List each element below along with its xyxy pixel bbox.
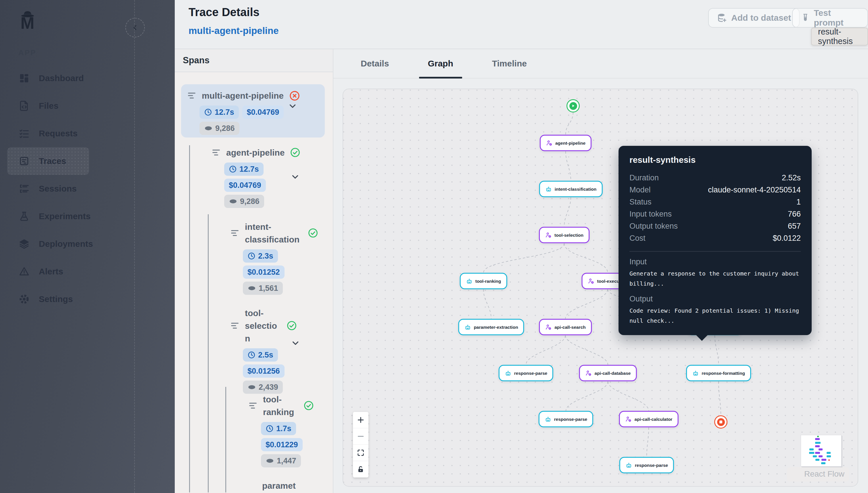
node-label: tool-selection <box>554 232 584 238</box>
robot-icon <box>466 278 473 284</box>
chevron-down-icon[interactable] <box>291 338 300 348</box>
agent-gear-icon <box>545 232 552 238</box>
tab-graph[interactable]: Graph <box>428 49 453 78</box>
minimap-node <box>809 448 814 450</box>
graph-node-parameter-extraction[interactable]: parameter-extraction <box>458 319 524 335</box>
span-row-intent-classification[interactable]: intent-classification 2.3s $0.01252 1,56… <box>230 221 319 295</box>
sidebar-collapse-button[interactable] <box>125 18 145 37</box>
span-row-agent-pipeline[interactable]: agent-pipeline 12.7s $0.04769 9,286 <box>211 146 301 208</box>
edge <box>566 151 571 180</box>
alert-triangle-icon <box>19 266 30 277</box>
file-code-icon <box>19 100 30 111</box>
sidebar-section-label: APP <box>18 48 36 57</box>
sidebar-item-sessions[interactable]: Sessions <box>0 175 175 202</box>
tab-details[interactable]: Details <box>361 49 389 78</box>
duration-badge: 1.7s <box>261 422 296 435</box>
add-to-dataset-button[interactable]: Add to dataset <box>708 8 800 28</box>
edge <box>566 112 573 135</box>
sidebar-item-traces[interactable]: Traces <box>7 147 89 175</box>
node-label: api-call-database <box>595 370 631 376</box>
minimap-node <box>816 459 819 461</box>
token-coin-icon <box>248 383 256 391</box>
tree-guide-line <box>189 145 190 492</box>
fit-view-button[interactable] <box>353 445 368 461</box>
sidebar-item-label: Experiments <box>39 211 91 221</box>
graph-node-response-parse-1[interactable]: response-parse <box>499 365 553 381</box>
sidebar-item-alerts[interactable]: Alerts <box>0 258 175 285</box>
agent-gear-icon <box>545 324 552 330</box>
minimap-node <box>815 445 820 447</box>
span-row-tool-selection[interactable]: tool-selection 2.5s $0.01256 2,439 <box>230 307 303 394</box>
node-label: response-parse <box>554 416 587 422</box>
graph-node-api-call-calculator[interactable]: api-call-calculator <box>619 411 679 427</box>
span-name: intent-classification <box>245 221 302 246</box>
minimap-node <box>821 459 826 461</box>
graph-node-tool-selection[interactable]: tool-selection <box>539 227 590 243</box>
graph-node-api-call-search[interactable]: api-call-search <box>539 319 592 335</box>
minimap-node <box>828 459 830 461</box>
duration-badge: 12.7s <box>200 106 239 119</box>
robot-icon <box>545 415 552 423</box>
success-status-icon <box>286 320 298 331</box>
sidebar-item-files[interactable]: Files <box>0 92 175 120</box>
minimap-canvas[interactable] <box>801 435 842 467</box>
agent-gear-icon <box>588 278 595 284</box>
chevron-down-icon[interactable] <box>288 101 297 111</box>
graph-node-response-parse-2[interactable]: response-parse <box>539 411 593 427</box>
graph-node-agent-pipeline[interactable]: agent-pipeline <box>540 135 592 151</box>
graph-node-response-parse-3[interactable]: response-parse <box>619 457 674 473</box>
play-icon <box>569 102 577 110</box>
tokens-badge: 9,286 <box>224 195 264 208</box>
chevron-left-icon <box>131 24 139 31</box>
minimap-node <box>815 438 820 440</box>
gear-icon <box>19 294 30 305</box>
sidebar-item-deployments[interactable]: Deployments <box>0 230 175 258</box>
span-row-tool-ranking[interactable]: tool-ranking 1.7s $0.01229 1,447 <box>248 393 321 467</box>
trace-name-link[interactable]: multi-agent-pipeline <box>188 25 279 36</box>
edge <box>715 335 718 365</box>
tokens-badge: 2,439 <box>243 381 283 394</box>
tooltip-title: result-synthesis <box>630 155 801 165</box>
node-label: api-call-calculator <box>635 416 672 422</box>
graph-node-api-call-database[interactable]: api-call-database <box>579 365 637 381</box>
test-prompt-label: Test prompt <box>814 8 860 28</box>
sidebar-item-dashboard[interactable]: Dashboard <box>0 64 175 92</box>
react-flow-attribution: React Flow <box>787 467 849 481</box>
tooltip-row: Modelclaude-sonnet-4-20250514 <box>630 184 801 196</box>
sidebar-item-settings[interactable]: Settings <box>0 285 175 313</box>
minimap-node <box>813 455 817 457</box>
edge <box>526 335 565 365</box>
minimap-node <box>815 442 821 444</box>
graph-start-node[interactable] <box>567 99 580 112</box>
graph-node-response-formatting[interactable]: response-formatting <box>686 365 751 381</box>
success-status-icon <box>303 400 315 412</box>
minimap-node <box>819 448 823 450</box>
graph-end-node[interactable] <box>714 415 728 429</box>
edge <box>483 243 564 273</box>
span-name: parameter-extraction <box>262 479 300 492</box>
graph-node-intent-classification[interactable]: intent-classification <box>539 181 603 197</box>
robot-icon <box>505 370 511 377</box>
sidebar-item-experiments[interactable]: Experiments <box>0 202 175 230</box>
span-row-multi-agent-pipeline[interactable]: multi-agent-pipeline 12.7s $0.04769 9,28… <box>181 84 325 137</box>
plus-icon <box>357 415 365 424</box>
sidebar-item-label: Dashboard <box>39 73 84 83</box>
minimap-node <box>817 436 819 437</box>
node-label: intent-classification <box>555 186 597 192</box>
zoom-out-button[interactable] <box>353 428 368 445</box>
detail-tabs: Details Graph Timeline <box>334 49 868 79</box>
tooltip-row: Status1 <box>630 196 801 208</box>
zoom-in-button[interactable] <box>353 412 368 428</box>
sidebar-item-requests[interactable]: Requests <box>0 120 175 147</box>
tab-timeline[interactable]: Timeline <box>492 49 527 78</box>
chevron-down-icon[interactable] <box>290 172 300 182</box>
page-title: Trace Details <box>188 6 259 19</box>
app-root: M APP Dashboard Files Requests Traces <box>0 0 868 493</box>
span-name: multi-agent-pipeline <box>202 89 284 102</box>
lock-button[interactable] <box>353 461 368 477</box>
trace-graph-canvas[interactable]: agent-pipeline intent-classification too… <box>343 89 858 487</box>
test-prompt-button[interactable]: Test prompt <box>792 8 868 28</box>
graph-node-tool-ranking[interactable]: tool-ranking <box>460 273 507 290</box>
span-row-parameter-extraction[interactable]: parameter-extraction <box>247 479 300 492</box>
tokens-badge: 9,286 <box>200 122 239 135</box>
